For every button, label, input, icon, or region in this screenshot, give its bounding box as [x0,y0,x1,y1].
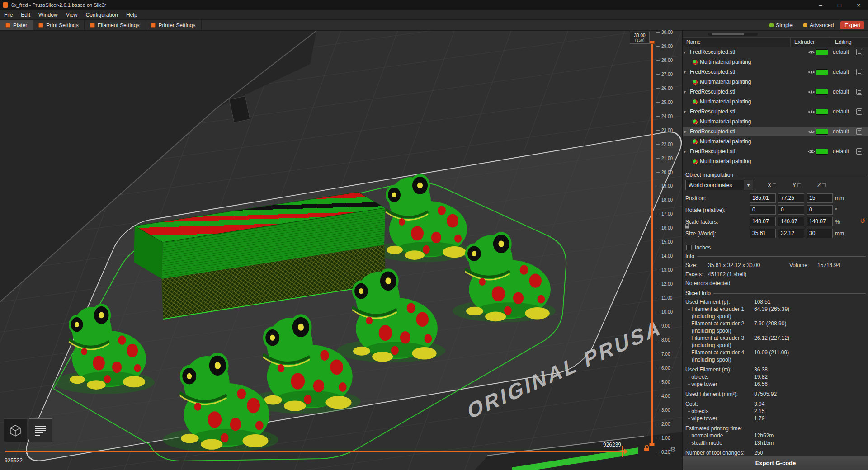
expander-icon[interactable]: ▾ [684,109,690,114]
3d-view-button[interactable] [4,418,27,442]
extruder-value[interactable]: default [833,49,856,55]
object-row[interactable]: ▾ Multimaterial painting [683,136,868,146]
extruder-swatch[interactable] [816,109,828,115]
object-row[interactable]: ▾ FredResculpted.stl default [683,47,868,57]
y-value-field[interactable]: 77.25 [778,193,804,203]
sliced-info-row: (including spool) [685,342,866,349]
y-value-field[interactable]: 32.12 [778,229,804,238]
menu-item[interactable]: File [0,10,17,20]
coordinates-select[interactable]: World coordinates ▼ [685,180,753,190]
z-value-field[interactable]: 0 [807,205,833,215]
x-value-field[interactable]: 35.61 [750,229,776,238]
z-value-field[interactable]: 15 [807,193,833,203]
lock-icon[interactable] [644,445,650,453]
x-value-field[interactable]: 185.01 [750,193,776,203]
extruder-swatch[interactable] [816,149,828,155]
inches-label: Inches [695,244,711,251]
expander-icon[interactable]: ▾ [684,89,690,94]
layer-slider-lower-handle[interactable] [649,443,655,446]
expander-icon[interactable]: ▾ [684,129,690,134]
export-gcode-button[interactable]: Export G-code [683,456,868,470]
expander-icon[interactable]: ▾ [684,149,690,154]
object-row[interactable]: ▾ FredResculpted.stl default [683,87,868,97]
menu-item[interactable]: View [62,10,82,20]
menu-item[interactable]: Edit [17,10,34,20]
y-value-field[interactable]: 0 [778,205,804,215]
chevron-down-icon[interactable]: ▼ [744,180,753,190]
ruler-tick: 25.00 [656,100,680,105]
3d-viewport[interactable]: ORIGINAL PRUSA [0,31,682,470]
extruder-value[interactable]: default [833,108,856,115]
column-name[interactable]: Name [683,38,791,47]
mode-button[interactable]: Advanced [799,21,838,29]
menu-item[interactable]: Help [122,10,142,20]
object-row[interactable]: ▾ FredResculpted.stl default [683,127,868,136]
z-value-field[interactable]: 140.07 [807,217,833,226]
settings-tab[interactable]: Plater [0,20,33,30]
object-row[interactable]: ▾ Multimaterial painting [683,97,868,107]
expander-icon[interactable]: ▾ [684,50,690,55]
object-row[interactable]: ▾ Multimaterial painting [683,156,868,166]
multimaterial-painting-icon [693,139,698,144]
extruder-swatch[interactable] [816,49,828,55]
editing-icon[interactable] [856,108,862,115]
axis-toggle[interactable] [797,183,801,187]
axis-toggle[interactable] [773,183,776,187]
extruder-value[interactable]: default [833,89,856,95]
layer-slider[interactable] [651,42,653,445]
moves-slider[interactable] [5,451,625,452]
editing-icon[interactable] [856,89,862,95]
expander-icon[interactable]: ▾ [684,70,690,75]
menu-item[interactable]: Window [34,10,62,20]
uniform-scale-lock-icon[interactable] [684,223,690,230]
object-row[interactable]: ▾ Multimaterial painting [683,117,868,127]
object-row[interactable]: ▾ FredResculpted.stl default [683,107,868,117]
y-value-field[interactable]: 140.07 [778,217,804,226]
column-editing[interactable]: Editing [831,38,868,47]
object-list-scrollbar[interactable] [708,33,758,36]
extruder-value[interactable]: default [833,128,856,135]
close-button[interactable]: × [849,0,868,10]
layers-view-button[interactable] [29,418,52,442]
object-row[interactable]: ▾ FredResculpted.stl default [683,67,868,77]
z-value-field[interactable]: 30 [807,229,833,238]
eye-icon[interactable] [807,50,816,55]
layer-slider-upper-handle[interactable] [649,41,655,44]
x-value-field[interactable]: 140.07 [750,217,776,226]
editing-icon[interactable] [856,128,862,135]
maximize-button[interactable]: □ [830,0,849,10]
eye-icon[interactable] [807,109,816,114]
settings-tab[interactable]: Printer Settings [145,20,201,30]
inches-checkbox[interactable] [686,245,692,250]
eye-icon[interactable] [807,70,816,75]
object-row[interactable]: ▾ Multimaterial painting [683,77,868,87]
minimize-button[interactable]: – [811,0,830,10]
settings-tab[interactable]: Print Settings [33,20,84,30]
object-row[interactable]: ▾ FredResculpted.stl default [683,146,868,156]
extruder-value[interactable]: default [833,69,856,75]
settings-tab[interactable]: Filament Settings [85,20,146,30]
moves-slider-tick[interactable] [622,446,623,457]
object-row[interactable]: ▾ Multimaterial painting [683,57,868,67]
editing-icon[interactable] [856,69,862,75]
eye-icon[interactable] [807,149,816,154]
editing-icon[interactable] [856,148,862,155]
tab-icon [38,23,43,28]
mode-button[interactable]: Simple [765,21,797,29]
eye-icon[interactable] [807,89,816,94]
extruder-swatch[interactable] [816,129,828,135]
gear-icon[interactable]: ⚙ [670,446,676,454]
extruder-swatch[interactable] [816,89,828,95]
reset-scale-icon[interactable]: ↺ [860,217,866,225]
x-value-field[interactable]: 0 [750,205,776,215]
mode-button[interactable]: Expert [840,21,864,29]
mode-icon [769,23,774,27]
extruder-value[interactable]: default [833,148,856,155]
editing-icon[interactable] [856,49,862,55]
axis-toggle[interactable] [822,183,826,187]
moves-slider-handle[interactable] [624,448,628,455]
extruder-swatch[interactable] [816,69,828,75]
menu-item[interactable]: Configuration [82,10,122,20]
column-extruder[interactable]: Extruder [791,38,831,47]
eye-icon[interactable] [807,129,816,134]
